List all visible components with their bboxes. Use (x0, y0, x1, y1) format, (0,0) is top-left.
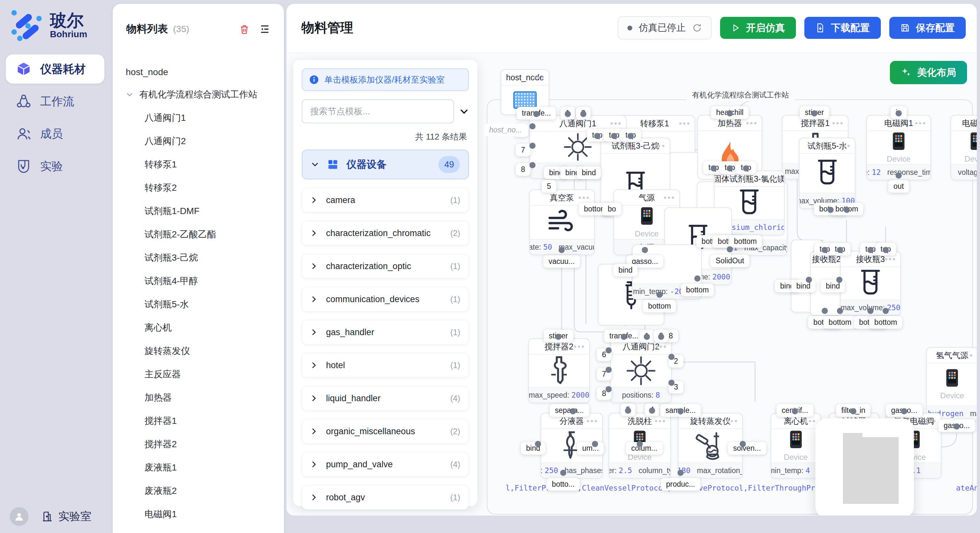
port-handle-icon[interactable] (743, 165, 749, 171)
port-handle-icon[interactable] (611, 133, 617, 139)
collapse-panel-icon[interactable] (259, 24, 270, 35)
port-handle-icon[interactable] (606, 386, 612, 392)
port-handle-icon[interactable] (657, 292, 663, 298)
port-pill-bottom[interactable]: bottom (824, 316, 856, 329)
port-handle-icon[interactable] (555, 334, 562, 340)
tree-item[interactable]: 转移泵1 (113, 153, 284, 176)
port-handle-icon[interactable] (581, 111, 587, 117)
node-menu-icon[interactable]: ••• (654, 141, 666, 151)
port-handle-icon[interactable] (594, 133, 600, 139)
port-handle-icon[interactable] (828, 207, 834, 213)
canvas-node-电磁阀2[interactable]: 电磁阀2•••Devicevoltage: 12 (950, 115, 977, 180)
node-menu-icon[interactable]: ••• (826, 254, 838, 264)
download-config-button[interactable]: 下载配置 (804, 17, 881, 39)
canvas-node-试剂瓶5-水[interactable]: 试剂瓶5-水•••max_volume: 1000 (799, 138, 856, 209)
category-hotel[interactable]: hotel(1) (302, 353, 469, 378)
port-handle-icon[interactable] (668, 354, 675, 360)
port-pill-bottom[interactable]: bottom (643, 300, 676, 313)
category-characterization_optic[interactable]: characterization_optic(1) (302, 254, 469, 279)
port-pill-host_no[interactable]: host_no... (484, 124, 527, 136)
avatar[interactable] (10, 507, 29, 526)
node-menu-icon[interactable]: ••• (925, 416, 937, 426)
port-handle-icon[interactable] (606, 367, 612, 373)
tree-item[interactable]: 搅拌器1 (113, 409, 284, 433)
port-handle-icon[interactable] (560, 470, 566, 476)
node-menu-icon[interactable]: ••• (655, 342, 667, 352)
port-handle-icon[interactable] (559, 247, 565, 253)
port-handle-icon[interactable] (658, 334, 664, 340)
port-handle-icon[interactable] (727, 110, 733, 117)
node-menu-icon[interactable]: ••• (574, 342, 585, 352)
tree-item[interactable]: 试剂瓶3-己烷 (113, 246, 284, 270)
category-gas_handler[interactable]: gas_handler(1) (302, 320, 469, 344)
node-menu-icon[interactable]: ••• (664, 193, 675, 203)
port-pill-bind[interactable]: bind (791, 280, 815, 292)
refresh-icon[interactable] (692, 23, 702, 33)
node-menu-icon[interactable]: ••• (533, 73, 545, 82)
tree-item[interactable]: 废液瓶2 (113, 479, 284, 503)
node-menu-icon[interactable]: ••• (727, 416, 738, 426)
beautify-layout-button[interactable]: 美化布局 (890, 61, 967, 84)
node-menu-icon[interactable]: ••• (832, 118, 844, 128)
node-menu-icon[interactable]: ••• (805, 416, 816, 426)
tree-item[interactable]: 废液瓶1 (113, 456, 284, 479)
port-pill-SolidOut[interactable]: SolidOut (710, 254, 749, 267)
port-handle-icon[interactable] (533, 111, 539, 117)
port-handle-icon[interactable] (530, 124, 536, 130)
port-pill-5[interactable]: 5 (542, 180, 557, 193)
node-menu-icon[interactable]: ••• (915, 118, 926, 128)
port-handle-icon[interactable] (792, 408, 798, 414)
node-menu-icon[interactable]: ••• (746, 118, 758, 128)
canvas-node-八通阀门2[interactable]: 八通阀门2•••positions: 8 (610, 338, 672, 403)
port-pill-bottom[interactable]: bottom (869, 316, 902, 329)
port-pill-separa[interactable]: separa... (550, 404, 589, 417)
port-handle-icon[interactable] (565, 111, 571, 117)
port-pill-bind[interactable]: bind (521, 442, 545, 455)
section-instruments[interactable]: 仪器设备 49 (302, 150, 469, 179)
port-handle-icon[interactable] (668, 380, 675, 386)
sidebar-item-2[interactable]: 工作流 (6, 87, 104, 116)
tree-item[interactable]: 八通阀门2 (113, 130, 284, 153)
tree-item[interactable]: 试剂瓶2-乙酸乙酯 (113, 223, 284, 246)
tree-item[interactable]: 电磁阀2 (113, 526, 284, 533)
tree-item[interactable]: 电磁阀1 (113, 503, 284, 526)
port-handle-icon[interactable] (822, 308, 828, 314)
port-handle-icon[interactable] (644, 334, 650, 340)
trash-icon[interactable] (239, 24, 250, 34)
sidebar-item-3[interactable]: 成员 (6, 119, 104, 148)
canvas-node-搅拌器2[interactable]: 搅拌器2•••max_speed: 2000 (528, 338, 590, 403)
canvas-node-真空泵[interactable]: 真空泵•••pump_rate: 50max_vacuum: 0.1 (529, 189, 595, 255)
port-handle-icon[interactable] (530, 143, 536, 149)
node-menu-icon[interactable]: ••• (610, 119, 622, 128)
start-simulation-button[interactable]: 开启仿真 (720, 17, 796, 39)
port-handle-icon[interactable] (642, 247, 648, 253)
port-handle-icon[interactable] (896, 110, 902, 117)
tree-item[interactable]: 加热器 (113, 386, 284, 409)
category-pump_and_valve[interactable]: pump_and_valve(4) (302, 452, 469, 477)
tree-item[interactable]: 试剂瓶5-水 (113, 293, 284, 316)
port-pill-bottom[interactable]: bottom (681, 284, 714, 296)
port-pill-out[interactable]: out (888, 180, 909, 193)
port-pill-solven[interactable]: solven... (728, 442, 766, 455)
port-handle-icon[interactable] (837, 277, 843, 283)
node-menu-icon[interactable]: ••• (962, 351, 974, 360)
canvas-node-电磁阀1[interactable]: 电磁阀1•••Devicevoltage: 12response_time: 0… (866, 115, 931, 180)
node-menu-icon[interactable]: ••• (839, 141, 851, 151)
category-characterization_chromatic[interactable]: characterization_chromatic(2) (302, 221, 469, 246)
port-handle-icon[interactable] (867, 308, 874, 314)
port-pill-8[interactable]: 8 (516, 163, 530, 176)
tree-root-host-node[interactable]: host_node (113, 62, 284, 83)
category-camera[interactable]: camera(1) (302, 188, 469, 213)
port-handle-icon[interactable] (535, 441, 541, 447)
node-menu-icon[interactable]: ••• (579, 193, 590, 203)
port-handle-icon[interactable] (837, 308, 843, 314)
category-liquid_handler[interactable]: liquid_handler(4) (302, 386, 469, 411)
port-handle-icon[interactable] (806, 277, 812, 283)
port-handle-icon[interactable] (740, 441, 746, 447)
save-config-button[interactable]: 保存配置 (889, 17, 966, 39)
port-pill-bottom[interactable]: bottom (729, 235, 762, 248)
port-pill-botto[interactable]: botto... (547, 478, 580, 490)
canvas-node-离心机[interactable]: 离心机•••Devicep: 40min_temp: 4max_spe (771, 413, 821, 479)
category-robot_agv[interactable]: robot_agv(1) (302, 485, 469, 510)
tree-item[interactable]: 主反应器 (113, 363, 284, 386)
